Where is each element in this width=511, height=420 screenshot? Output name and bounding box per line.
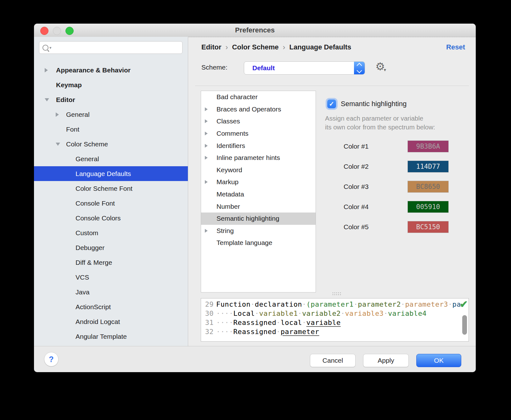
sidebar-item-console-colors[interactable]: Console Colors <box>34 211 188 225</box>
breadcrumb-item-language-defaults[interactable]: Language Defaults <box>289 43 351 51</box>
chevron-right-icon[interactable] <box>205 156 216 160</box>
color-swatch-color-5[interactable]: BC5150 <box>407 221 449 233</box>
sidebar-item-angular-template[interactable]: Angular Template <box>34 329 188 344</box>
chevron-right-icon[interactable] <box>205 107 216 111</box>
sidebar-item-label: Diff & Merge <box>76 259 112 266</box>
reset-link[interactable]: Reset <box>446 43 465 51</box>
sidebar-item-appearance-behavior[interactable]: Appearance & Behavior <box>34 63 188 77</box>
breadcrumb-separator-icon: › <box>283 43 285 52</box>
code-token: variable3 <box>345 309 384 317</box>
whitespace-dot: · <box>250 300 255 308</box>
whitespace-dot: · <box>302 319 306 326</box>
help-button[interactable]: ? <box>44 352 59 366</box>
element-item-label: Bad character <box>216 93 258 101</box>
sidebar-item-debugger[interactable]: Debugger <box>34 240 188 255</box>
breadcrumb-item-color-scheme[interactable]: Color Scheme <box>232 43 279 51</box>
ok-button[interactable]: OK <box>416 354 461 367</box>
element-item-label: Braces and Operators <box>216 105 281 113</box>
chevron-right-icon[interactable] <box>56 112 66 117</box>
chevron-right-icon[interactable] <box>205 144 216 148</box>
sidebar-item-general[interactable]: General <box>34 107 188 122</box>
whitespace-dot: · <box>401 300 405 308</box>
sidebar-item-editor[interactable]: Editor <box>34 92 188 107</box>
element-item-number[interactable]: Number <box>201 200 316 213</box>
element-item-comments[interactable]: Comments <box>201 128 316 140</box>
sidebar-item-vcs[interactable]: VCS <box>34 270 188 285</box>
color-swatch-color-2[interactable]: 114D77 <box>407 161 449 173</box>
chevron-right-icon[interactable] <box>205 119 216 123</box>
element-item-template-language[interactable]: Template language <box>201 237 316 249</box>
sidebar-item-console-font[interactable]: Console Font <box>34 196 188 211</box>
color-swatch-color-4[interactable]: 005910 <box>407 201 449 213</box>
color-row-color-4: Color #4005910 <box>325 197 457 217</box>
line-number: 30 <box>201 309 214 318</box>
element-item-label: Classes <box>216 117 240 125</box>
element-item-label: String <box>216 227 234 235</box>
chevron-right-icon[interactable] <box>45 68 56 72</box>
breadcrumb-item-editor[interactable]: Editor <box>201 43 222 51</box>
code-token: parameter3 <box>405 300 448 308</box>
gear-dropdown-arrow-icon: ▾ <box>384 67 386 72</box>
whitespace-dot: · <box>276 328 281 336</box>
sidebar-item-label: Language Defaults <box>76 170 131 178</box>
cancel-button[interactable]: Cancel <box>310 354 356 367</box>
element-item-braces-and-operators[interactable]: Braces and Operators <box>201 103 316 116</box>
sidebar-item-keymap[interactable]: Keymap <box>34 77 188 92</box>
semantic-highlighting-checkbox[interactable]: ✓ <box>327 99 336 108</box>
whitespace-dot: · <box>341 309 345 317</box>
color-swatch-color-3[interactable]: BC8650 <box>407 181 449 193</box>
element-item-label: Identifiers <box>216 142 245 150</box>
sidebar-item-label: Color Scheme <box>66 140 108 148</box>
chevron-right-icon[interactable] <box>205 132 216 135</box>
sidebar-item-label: VCS <box>76 274 89 281</box>
line-number: 31 <box>201 318 214 327</box>
sidebar-tree: Appearance & BehaviorKeymapEditorGeneral… <box>34 63 188 344</box>
element-item-keyword[interactable]: Keyword <box>201 164 316 176</box>
sidebar-item-java[interactable]: Java <box>34 285 188 299</box>
sidebar-item-custom[interactable]: Custom <box>34 225 188 240</box>
line-number: 32 <box>201 327 214 336</box>
sidebar-item-label: Console Colors <box>76 214 121 222</box>
splitter-handle[interactable] <box>332 292 342 296</box>
element-item-classes[interactable]: Classes <box>201 115 316 128</box>
checkmark-icon: ✓ <box>329 100 334 108</box>
search-box[interactable]: ▾ <box>39 41 182 54</box>
sidebar-item-color-scheme-font[interactable]: Color Scheme Font <box>34 181 188 196</box>
sidebar-item-general[interactable]: General <box>34 151 188 166</box>
scheme-combobox[interactable]: Default <box>244 61 365 75</box>
code-token: variable1 <box>259 309 298 317</box>
sidebar-item-color-scheme[interactable]: Color Scheme <box>34 137 188 151</box>
chevron-down-icon[interactable] <box>56 143 66 146</box>
sidebar-item-language-defaults[interactable]: Language Defaults <box>34 166 188 181</box>
element-item-semantic-highlighting[interactable]: Semantic highlighting <box>201 213 316 225</box>
code-token: Local <box>233 309 255 317</box>
color-row-color-1: Color #19B3B6A <box>325 136 457 156</box>
element-item-metadata[interactable]: Metadata <box>201 188 316 201</box>
sidebar-item-android-logcat[interactable]: Android Logcat <box>34 314 188 329</box>
code-text: ····Local·variable1·variable2·variable3·… <box>214 309 427 318</box>
up-down-chevrons-icon[interactable] <box>354 62 365 74</box>
chevron-right-icon[interactable] <box>205 180 216 184</box>
gear-icon[interactable]: ⚙▾ <box>375 60 387 73</box>
preview-scrollbar[interactable] <box>462 315 467 335</box>
chevron-right-icon[interactable] <box>205 229 216 233</box>
element-item-markup[interactable]: Markup <box>201 176 316 188</box>
sidebar-item-diff-merge[interactable]: Diff & Merge <box>34 255 188 270</box>
element-item-inline-parameter-hints[interactable]: Inline parameter hints <box>201 152 316 164</box>
whitespace-dot: · <box>298 309 302 317</box>
sidebar-item-label: Appearance & Behavior <box>56 66 131 74</box>
element-item-identifiers[interactable]: Identifiers <box>201 139 316 152</box>
search-options-chevron-icon[interactable]: ▾ <box>49 45 52 50</box>
color-swatch-color-1[interactable]: 9B3B6A <box>407 140 449 152</box>
search-input[interactable] <box>54 44 179 52</box>
element-item-string[interactable]: String <box>201 225 316 237</box>
code-line-32: 32····Reassigned·parameter <box>201 327 469 336</box>
chevron-down-icon[interactable] <box>45 98 56 101</box>
sidebar-item-font[interactable]: Font <box>34 122 188 137</box>
apply-button[interactable]: Apply <box>363 354 409 367</box>
element-item-bad-character[interactable]: Bad character <box>201 91 316 103</box>
sidebar-item-actionscript[interactable]: ActionScript <box>34 299 188 314</box>
sidebar-item-label: Android Logcat <box>76 318 120 326</box>
code-preview[interactable]: 29Function·declaration·(parameter1·param… <box>201 298 469 342</box>
code-line-30: 30····Local·variable1·variable2·variable… <box>201 309 469 318</box>
